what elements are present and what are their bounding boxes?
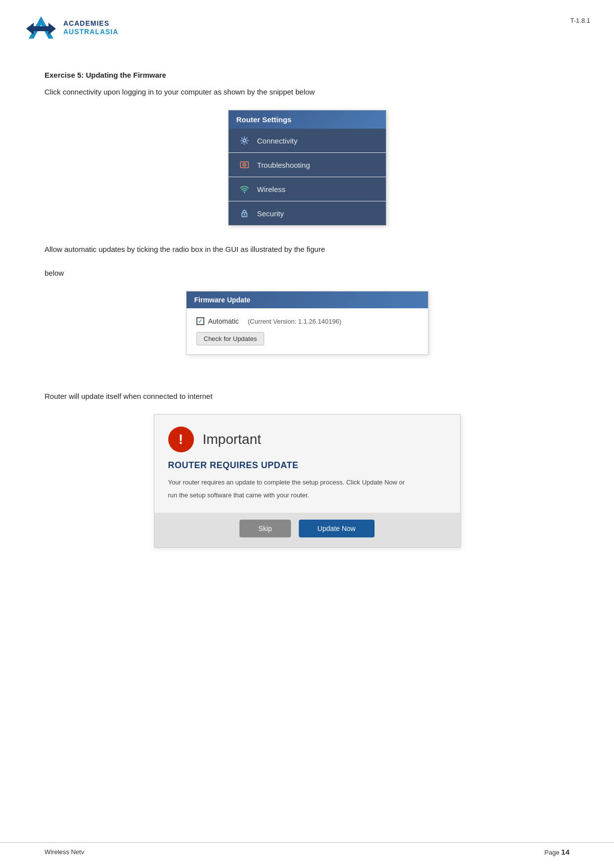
footer-left-text: Wireless Netv [45,848,84,856]
current-version-text: (Current Version: 1.1.26.140196) [248,318,341,325]
troubleshooting-icon [238,159,250,171]
menu-item-security[interactable]: Security [229,201,386,225]
connectivity-icon [238,135,250,146]
firmware-box: Firmware Update ✓ Automatic (Current Ver… [186,291,428,355]
automatic-checkbox-label[interactable]: ✓ Automatic [196,317,239,325]
page-number: 14 [561,848,569,856]
svg-point-3 [243,139,246,142]
logo-area: ACADEMIES AUSTRALASIA [24,14,118,41]
allow-text: Allow automatic updates by ticking the r… [45,243,569,255]
important-subtitle: ROUTER REQUIRES UPDATE [168,460,446,471]
menu-item-troubleshooting[interactable]: Troubleshooting [229,153,386,177]
important-body: ROUTER REQUIRES UPDATE Your router requi… [154,460,460,513]
important-icon-text: ! [179,433,183,446]
firmware-body: ✓ Automatic (Current Version: 1.1.26.140… [187,308,428,354]
security-label: Security [257,209,284,218]
important-widget-container: ! Important ROUTER REQUIRES UPDATE Your … [45,414,569,548]
important-box: ! Important ROUTER REQUIRES UPDATE Your … [154,414,461,548]
footer-right-text: Page 14 [544,848,569,856]
wireless-icon [238,183,250,195]
logo-academies-text: ACADEMIES [63,19,118,28]
version-label: T-1.8.1 [570,17,590,24]
wireless-label: Wireless [257,185,286,193]
important-alert-icon: ! [168,427,194,452]
router-settings-widget-container: Router Settings Connectivity [45,110,569,226]
router-settings-header: Router Settings [229,110,386,129]
important-footer: Skip Update Now [154,513,460,547]
check-updates-row: Check for Updates [196,332,418,345]
logo-icon [24,14,58,41]
important-body-line1: Your router requires an update to comple… [168,478,446,487]
automatic-checkbox[interactable]: ✓ [196,317,204,325]
important-body-line2: run the setup software that came with yo… [168,490,446,500]
page-header: ACADEMIES AUSTRALASIA T-1.8.1 [0,0,614,41]
below-text: below [45,267,569,279]
security-icon [238,207,250,219]
important-title: Important [203,432,261,447]
logo-text: ACADEMIES AUSTRALASIA [63,19,118,36]
menu-item-connectivity[interactable]: Connectivity [229,129,386,153]
troubleshooting-label: Troubleshooting [257,161,310,169]
router-settings-box: Router Settings Connectivity [228,110,386,226]
firmware-header: Firmware Update [187,291,428,308]
connectivity-label: Connectivity [257,137,298,145]
svg-point-9 [243,214,245,216]
menu-item-wireless[interactable]: Wireless [229,177,386,201]
firmware-widget-container: Firmware Update ✓ Automatic (Current Ver… [45,291,569,373]
automatic-text: Automatic [208,317,239,325]
check-updates-button[interactable]: Check for Updates [196,332,265,345]
svg-point-6 [244,164,245,165]
main-content: Exercise 5: Updating the Firmware Click … [0,41,614,585]
skip-button[interactable]: Skip [239,520,290,537]
svg-point-7 [243,192,244,193]
logo-australasia-text: AUSTRALASIA [63,28,118,36]
page-footer: Wireless Netv Page 14 [0,842,614,856]
important-header: ! Important [154,415,460,460]
firmware-automatic-row: ✓ Automatic (Current Version: 1.1.26.140… [196,317,418,325]
update-now-button[interactable]: Update Now [299,520,375,537]
exercise-title: Exercise 5: Updating the Firmware [45,71,569,79]
router-update-text: Router will update itself when connected… [45,390,569,402]
intro-paragraph: Click connectivity upon logging in to yo… [45,86,569,98]
